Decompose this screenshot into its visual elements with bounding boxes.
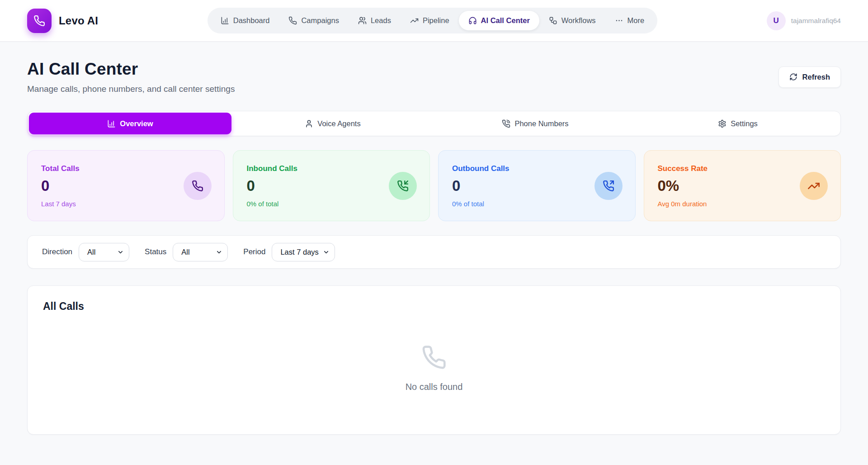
filter-bar: Direction All Status All Period Last 7 d… [27, 235, 841, 269]
direction-select[interactable]: All [79, 243, 129, 261]
phone-icon [184, 172, 212, 200]
page-subtitle: Manage calls, phone numbers, and call ce… [27, 84, 235, 94]
period-select-value: Last 7 days [280, 248, 318, 256]
period-select[interactable]: Last 7 days [272, 243, 335, 261]
filter-period: Period Last 7 days [239, 243, 335, 261]
user-area: U tajammalrafiq64 [767, 11, 841, 30]
main-content: AI Call Center Manage calls, phone numbe… [0, 42, 868, 435]
brand-name: Levo AI [59, 14, 98, 27]
tab-label: Overview [120, 119, 153, 128]
stat-title: Inbound Calls [247, 164, 416, 173]
chevron-down-icon [216, 249, 222, 256]
phone-outgoing-icon [594, 172, 623, 200]
refresh-icon [789, 73, 797, 81]
stat-caption: Last 7 days [41, 200, 211, 208]
status-select[interactable]: All [173, 243, 228, 261]
tab-settings[interactable]: Settings [637, 113, 839, 134]
username: tajammalrafiq64 [791, 17, 841, 25]
avatar[interactable]: U [767, 11, 786, 30]
stat-title: Outbound Calls [452, 164, 622, 173]
phone-icon [421, 345, 447, 370]
tab-voice-agents[interactable]: Voice Agents [231, 113, 434, 134]
stat-card-inbound-calls: Inbound Calls 0 0% of total [233, 150, 430, 221]
main-nav: Dashboard Campaigns Leads Pipeline AI Ca… [208, 8, 657, 33]
tab-label: Settings [731, 119, 758, 128]
users-icon [358, 16, 367, 25]
phone-icon [33, 15, 45, 27]
direction-select-value: All [87, 248, 95, 256]
stat-card-success-rate: Success Rate 0% Avg 0m duration [644, 150, 841, 221]
nav-item-workflows[interactable]: Workflows [539, 11, 605, 30]
all-calls-title: All Calls [43, 300, 825, 313]
nav-item-more[interactable]: More [605, 11, 654, 30]
app-header: Levo AI Dashboard Campaigns Leads Pipeli… [0, 0, 868, 42]
refresh-button-label: Refresh [802, 73, 830, 81]
refresh-button[interactable]: Refresh [778, 66, 841, 88]
phone-call-icon [502, 119, 510, 128]
nav-item-campaigns[interactable]: Campaigns [279, 11, 348, 30]
stat-card-outbound-calls: Outbound Calls 0 0% of total [438, 150, 636, 221]
stat-title: Total Calls [41, 164, 211, 173]
empty-state-text: No calls found [406, 382, 463, 392]
nav-item-ai-call-center[interactable]: AI Call Center [459, 11, 539, 30]
page-title: AI Call Center [27, 60, 235, 79]
gear-icon [718, 119, 726, 128]
nav-item-label: AI Call Center [481, 16, 530, 25]
nav-item-label: More [627, 16, 645, 25]
stats-row: Total Calls 0 Last 7 days Inbound Calls … [27, 150, 841, 221]
ellipsis-icon [615, 16, 623, 25]
nav-item-label: Leads [371, 16, 391, 25]
phone-icon [288, 16, 297, 25]
nav-item-leads[interactable]: Leads [349, 11, 401, 30]
user-icon [305, 119, 313, 128]
stat-card-total-calls: Total Calls 0 Last 7 days [27, 150, 225, 221]
nav-item-label: Workflows [561, 16, 596, 25]
nav-item-dashboard[interactable]: Dashboard [211, 11, 279, 30]
nav-item-label: Campaigns [301, 16, 339, 25]
filter-status: Status All [140, 243, 228, 261]
tab-label: Voice Agents [317, 119, 360, 128]
tab-label: Phone Numbers [514, 119, 568, 128]
all-calls-section: All Calls No calls found [27, 285, 841, 435]
stat-caption: 0% of total [247, 200, 416, 208]
phone-incoming-icon [389, 172, 417, 200]
tab-phone-numbers[interactable]: Phone Numbers [434, 113, 637, 134]
tab-overview[interactable]: Overview [29, 113, 231, 134]
chevron-down-icon [117, 249, 124, 256]
status-filter-label: Status [145, 247, 166, 256]
period-filter-label: Period [243, 247, 265, 256]
stat-caption: 0% of total [452, 200, 622, 208]
nav-item-label: Dashboard [233, 16, 270, 25]
nav-item-label: Pipeline [423, 16, 449, 25]
stat-title: Success Rate [658, 164, 827, 173]
status-select-value: All [181, 248, 189, 256]
nav-item-pipeline[interactable]: Pipeline [401, 11, 459, 30]
empty-state: No calls found [43, 313, 825, 420]
headphones-icon [468, 16, 477, 25]
title-row: AI Call Center Manage calls, phone numbe… [27, 60, 841, 94]
brand-logo[interactable] [27, 9, 52, 33]
trending-up-icon [410, 16, 419, 25]
chart-column-icon [107, 119, 116, 128]
trending-up-icon [800, 172, 828, 200]
section-tabs: Overview Voice Agents Phone Numbers Sett… [27, 111, 841, 136]
direction-filter-label: Direction [42, 247, 72, 256]
chevron-down-icon [323, 249, 330, 256]
workflow-icon [549, 16, 557, 25]
filter-direction: Direction All [38, 243, 129, 261]
chart-column-icon [221, 16, 229, 25]
stat-caption: Avg 0m duration [658, 200, 827, 208]
